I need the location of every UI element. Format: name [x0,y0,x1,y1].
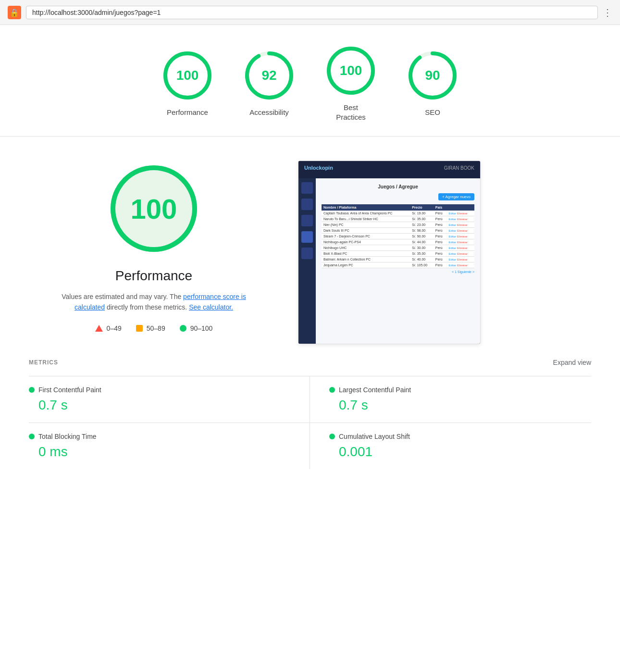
metric-name-cls: Cumulative Layout Shift [339,433,410,440]
legend-item-green: 90–100 [180,324,213,332]
score-number-best-practices: 100 [340,63,362,78]
left-panel: 100 Performance Values are estimated and… [29,161,279,337]
table-col-actions [446,204,474,211]
screenshot-add-btn[interactable]: + Agregar nuevo [438,193,474,200]
score-circle-seo: 90 [406,49,459,102]
score-label-performance: Performance [167,108,208,117]
table-row: Bioli X-Blast PC S/. 35.00 Perú Editar E… [322,251,474,257]
metrics-header: METRICS Expand view [29,359,591,366]
legend-range-orange: 50–89 [147,324,165,332]
metric-header-tbt: Total Blocking Time [29,433,290,440]
score-label-seo: SEO [425,108,440,117]
score-number-seo: 90 [425,68,440,83]
main-title: Performance [115,268,192,284]
orange-square-icon [136,325,143,332]
calculator-link[interactable]: See calculator. [189,303,233,311]
metric-status-tbt [29,434,35,439]
table-row: Batman: Arkam n Collection PC S/. 40.00 … [322,257,474,262]
score-number-performance: 100 [176,68,199,83]
score-circle-best-practices: 100 [324,44,377,97]
metric-name-tbt: Total Blocking Time [38,433,97,440]
sidebar-icon-2 [301,199,313,210]
metrics-title: METRICS [29,359,58,366]
sidebar-icon-active [301,231,313,243]
table-row: Nier (Nin) PC S/. 23.00 Perú Editar Elim… [322,222,474,228]
metric-header-lcp: Largest Contentful Paint [329,386,582,394]
score-cards-section: 100 Performance 92 Accessibility 100 Bes… [0,25,620,137]
metric-name-lcp: Largest Contentful Paint [339,386,411,394]
table-col-precio: Precio [410,204,434,211]
svg-text:🔒: 🔒 [10,8,19,17]
description: Values are estimated and may vary. The p… [53,291,255,313]
metric-value-fcp: 0.7 s [29,398,290,413]
score-card-best-practices: 100 BestPractices [324,44,377,122]
table-row: Nichibugo UHC S/. 30.00 Perú Editar Elim… [322,245,474,251]
legend-item-red: 0–49 [95,324,122,332]
legend-range-green: 90–100 [190,324,213,332]
metric-header-cls: Cumulative Layout Shift [329,433,582,440]
metric-value-cls: 0.001 [329,444,582,460]
score-card-performance: 100 Performance [161,49,214,117]
table-col-pais: País [434,204,447,211]
large-score-circle: 100 [106,161,202,257]
metric-status-lcp [329,387,335,393]
green-circle-icon [180,325,186,332]
right-panel-screenshot: Unlockopin GIRAN BOOK Juegos / Agregue +… [298,161,481,344]
legend-range-red: 0–49 [107,324,122,332]
metric-item-fcp: First Contentful Paint 0.7 s [29,376,310,423]
table-row: Naruto To Baru...i Shinobi Striker HC S/… [322,216,474,222]
metric-status-cls [329,434,335,439]
metrics-grid: First Contentful Paint 0.7 s Largest Con… [29,376,591,469]
screenshot-header: Unlockopin GIRAN BOOK [298,161,480,174]
score-circle-performance: 100 [161,49,214,102]
screenshot-pagination: < 1 Siguiente > [322,270,474,274]
metric-value-lcp: 0.7 s [329,398,582,413]
table-row: Jequama Legen PC S/. 105.00 Perú Editar … [322,262,474,268]
score-card-accessibility: 92 Accessibility [243,49,296,117]
screenshot-sidebar [298,178,316,344]
metric-name-fcp: First Contentful Paint [38,386,101,394]
screenshot-user: GIRAN BOOK [444,165,474,171]
metric-value-tbt: 0 ms [29,444,290,460]
table-col-name: Nombre / Plataforma [322,204,410,211]
red-triangle-icon [95,325,103,332]
metric-status-fcp [29,387,35,393]
score-label-accessibility: Accessibility [249,108,289,117]
score-card-seo: 90 SEO [406,49,459,117]
screenshot-container: Unlockopin GIRAN BOOK Juegos / Agregue +… [298,161,480,344]
screenshot-table: Nombre / Plataforma Precio País Captain … [322,204,474,268]
score-label-best-practices: BestPractices [336,103,366,122]
metric-item-lcp: Largest Contentful Paint 0.7 s [310,376,591,423]
screenshot-main: Juegos / Agregue + Agregar nuevo Nombre … [316,178,480,344]
metrics-section: METRICS Expand view First Contentful Pai… [0,359,620,488]
main-content: 100 Performance Values are estimated and… [0,137,620,359]
large-score-number: 100 [131,193,177,225]
sidebar-icon-3 [301,215,313,226]
metric-header-fcp: First Contentful Paint [29,386,290,394]
browser-url[interactable]: http://localhost:3000/admin/juegos?page=… [26,6,598,19]
score-number-accessibility: 92 [261,68,276,83]
table-row: Dark Souls III PC S/. 98.00 Perú Editar … [322,228,474,234]
table-row: Captain Tsubasa: Area of Area Champions … [322,211,474,216]
sidebar-icon-5 [301,248,313,259]
browser-icon: 🔒 [8,6,21,19]
sidebar-icon-1 [301,182,313,194]
screenshot-logo: Unlockopin [304,165,444,171]
screenshot-page-title: Juegos / Agregue [322,184,474,189]
expand-view-btn[interactable]: Expand view [553,359,591,366]
legend-item-orange: 50–89 [136,324,165,332]
metric-item-cls: Cumulative Layout Shift 0.001 [310,423,591,469]
table-row: Steam 7 - Darjeen-Crimson PC S/. 90.00 P… [322,234,474,239]
legend: 0–49 50–89 90–100 [95,324,213,332]
score-circle-accessibility: 92 [243,49,296,102]
browser-bar: 🔒 http://localhost:3000/admin/juegos?pag… [0,0,620,25]
browser-menu-icon[interactable]: ⋮ [603,7,612,18]
table-row: Nichibugo-again PC-PS4 S/. 44.00 Perú Ed… [322,239,474,245]
metric-item-tbt: Total Blocking Time 0 ms [29,423,310,469]
